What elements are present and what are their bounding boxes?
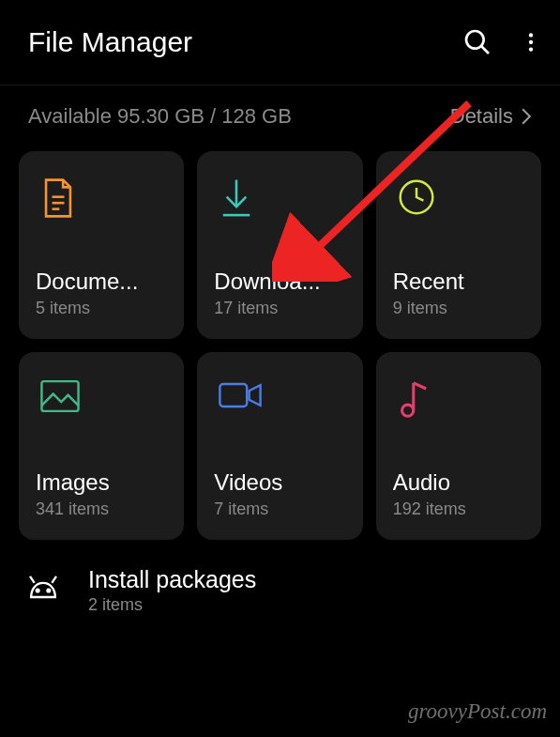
image-icon bbox=[39, 378, 77, 416]
chevron-right-icon bbox=[521, 108, 532, 125]
tile-title: Videos bbox=[214, 469, 345, 496]
tile-title: Downloa... bbox=[214, 269, 345, 295]
svg-point-4 bbox=[529, 47, 533, 51]
svg-rect-11 bbox=[41, 381, 78, 411]
tile-sub: 17 items bbox=[214, 299, 345, 318]
storage-row: Available 95.30 GB / 128 GB Details bbox=[0, 85, 560, 151]
clock-icon bbox=[397, 177, 434, 215]
list-section: Install packages 2 items bbox=[0, 540, 560, 615]
video-icon bbox=[218, 378, 255, 416]
list-title: Install packages bbox=[88, 566, 256, 593]
download-icon bbox=[218, 177, 255, 215]
tile-text: Videos 7 items bbox=[214, 469, 345, 519]
svg-point-14 bbox=[401, 405, 413, 416]
page-title: File Manager bbox=[28, 26, 192, 58]
search-icon bbox=[462, 27, 492, 57]
list-text: Install packages 2 items bbox=[88, 566, 256, 615]
tile-title: Docume... bbox=[36, 269, 167, 295]
svg-line-1 bbox=[481, 46, 489, 54]
tile-videos[interactable]: Videos 7 items bbox=[197, 352, 362, 540]
storage-text: Available 95.30 GB / 128 GB bbox=[28, 104, 292, 129]
tile-sub: 341 items bbox=[36, 499, 167, 519]
svg-point-19 bbox=[37, 590, 39, 592]
tile-text: Recent 9 items bbox=[393, 269, 524, 318]
tile-text: Docume... 5 items bbox=[36, 269, 167, 318]
svg-marker-13 bbox=[250, 385, 261, 406]
tile-text: Downloa... 17 items bbox=[214, 269, 345, 318]
list-sub: 2 items bbox=[88, 595, 256, 615]
svg-point-0 bbox=[466, 31, 484, 49]
tile-sub: 5 items bbox=[36, 299, 167, 318]
app-header: File Manager bbox=[0, 0, 560, 85]
svg-line-18 bbox=[52, 576, 56, 583]
tile-title: Audio bbox=[393, 469, 524, 496]
search-button[interactable] bbox=[462, 27, 492, 57]
tile-audio[interactable]: Audio 192 items bbox=[376, 352, 541, 540]
document-icon bbox=[39, 177, 77, 215]
svg-rect-12 bbox=[220, 384, 248, 407]
svg-point-2 bbox=[529, 33, 533, 37]
header-actions bbox=[462, 27, 543, 57]
android-icon bbox=[23, 570, 64, 611]
svg-line-16 bbox=[413, 383, 425, 389]
tile-text: Audio 192 items bbox=[393, 469, 524, 519]
tile-documents[interactable]: Docume... 5 items bbox=[19, 151, 184, 339]
menu-button[interactable] bbox=[519, 30, 543, 54]
more-vertical-icon bbox=[519, 30, 543, 54]
tile-title: Recent bbox=[393, 269, 524, 295]
details-button[interactable]: Details bbox=[450, 104, 532, 129]
music-icon bbox=[397, 378, 434, 416]
details-label: Details bbox=[450, 104, 513, 129]
svg-point-3 bbox=[529, 40, 533, 44]
svg-line-17 bbox=[30, 576, 35, 583]
category-grid: Docume... 5 items Downloa... 17 items Re… bbox=[0, 151, 560, 540]
tile-sub: 192 items bbox=[393, 499, 524, 519]
tile-text: Images 341 items bbox=[36, 469, 167, 519]
tile-images[interactable]: Images 341 items bbox=[19, 352, 184, 540]
tile-title: Images bbox=[36, 469, 167, 496]
tile-recent[interactable]: Recent 9 items bbox=[376, 151, 541, 339]
tile-sub: 9 items bbox=[393, 299, 524, 318]
tile-downloads[interactable]: Downloa... 17 items bbox=[197, 151, 362, 339]
tile-sub: 7 items bbox=[214, 499, 345, 519]
svg-point-20 bbox=[47, 590, 50, 592]
watermark: groovyPost.com bbox=[408, 699, 547, 724]
list-item-install-packages[interactable]: Install packages 2 items bbox=[23, 566, 537, 615]
